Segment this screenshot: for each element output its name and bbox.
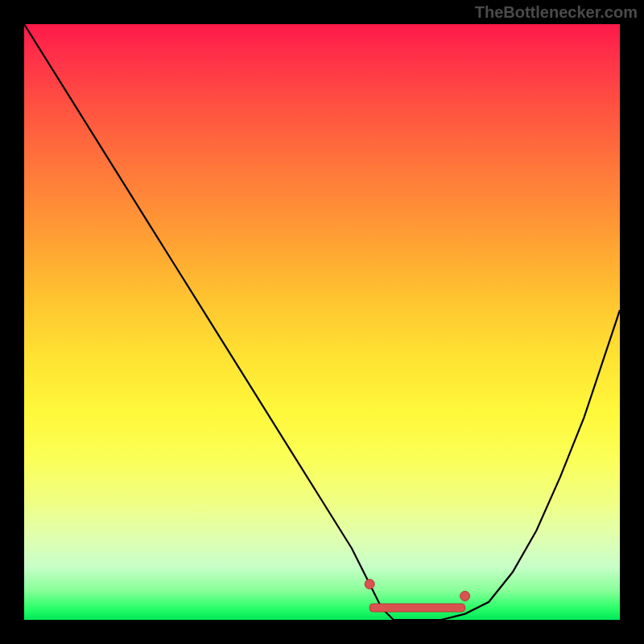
optimal-range-bar — [369, 604, 464, 612]
chart-svg — [24, 24, 620, 620]
plot-area — [24, 24, 620, 620]
marker-right — [460, 591, 470, 601]
marker-left — [365, 580, 374, 589]
attribution-text: TheBottlenecker.com — [475, 3, 638, 22]
bottleneck-curve — [24, 24, 620, 620]
